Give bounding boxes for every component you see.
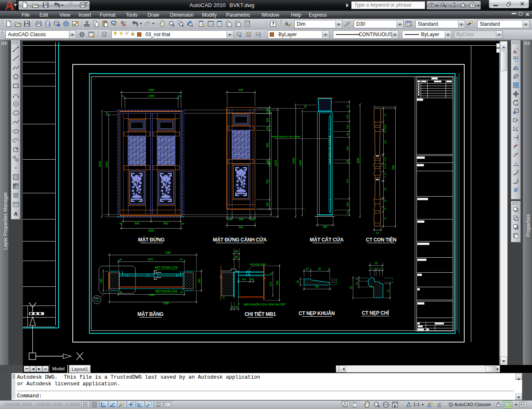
svg-text:560: 560 bbox=[266, 143, 269, 147]
svg-text:2005: 2005 bbox=[99, 161, 101, 167]
svg-text:1940: 1940 bbox=[299, 160, 302, 166]
svg-text:20: 20 bbox=[384, 200, 387, 202]
svg-text:545: 545 bbox=[163, 222, 168, 225]
svg-text:180: 180 bbox=[346, 202, 349, 207]
svg-text:80: 80 bbox=[346, 133, 349, 136]
svg-text:320: 320 bbox=[266, 118, 269, 122]
svg-text:5: 5 bbox=[370, 286, 372, 288]
svg-text:1180: 1180 bbox=[148, 229, 154, 232]
svg-text:40: 40 bbox=[270, 273, 272, 275]
svg-text:4: 4 bbox=[355, 278, 358, 280]
svg-text:4: 4 bbox=[328, 268, 329, 270]
svg-text:15: 15 bbox=[355, 282, 358, 286]
svg-text:2: 2 bbox=[392, 277, 393, 280]
svg-text:50: 50 bbox=[235, 250, 238, 253]
svg-text:1110: 1110 bbox=[147, 258, 153, 261]
svg-text:700: 700 bbox=[266, 179, 269, 184]
svg-text:6: 6 bbox=[377, 267, 378, 269]
svg-text:14: 14 bbox=[384, 167, 387, 169]
svg-text:15: 15 bbox=[297, 280, 300, 283]
svg-text:1940: 1940 bbox=[357, 158, 360, 164]
svg-text:40: 40 bbox=[250, 278, 253, 281]
svg-text:23: 23 bbox=[384, 127, 387, 129]
svg-text:20: 20 bbox=[235, 306, 238, 308]
svg-text:21: 21 bbox=[384, 163, 387, 166]
svg-text:MẶT BẰNG: MẶT BẰNG bbox=[138, 311, 163, 317]
svg-text:50: 50 bbox=[121, 95, 124, 97]
svg-text:60: 60 bbox=[180, 291, 183, 293]
svg-text:40: 40 bbox=[180, 258, 182, 261]
svg-text:MẶT NGOÀI CỬA: MẶT NGOÀI CỬA bbox=[155, 289, 177, 293]
svg-text:1940: 1940 bbox=[105, 161, 108, 168]
svg-text:540: 540 bbox=[239, 226, 243, 229]
svg-text:5: 5 bbox=[336, 283, 337, 285]
svg-text:50: 50 bbox=[181, 222, 184, 225]
svg-text:20: 20 bbox=[384, 157, 387, 160]
svg-text:2005: 2005 bbox=[274, 160, 277, 166]
svg-text:MB1: MB1 bbox=[94, 297, 100, 300]
svg-text:SƠN HOÀN THIỆN: SƠN HOÀN THIỆN bbox=[249, 263, 266, 266]
svg-text:30: 30 bbox=[384, 124, 387, 127]
svg-text:50: 50 bbox=[304, 105, 307, 108]
svg-text:19: 19 bbox=[350, 286, 352, 289]
svg-text:25: 25 bbox=[384, 207, 387, 210]
svg-text:10: 10 bbox=[346, 211, 349, 214]
svg-text:80: 80 bbox=[266, 126, 269, 130]
svg-text:2: 2 bbox=[374, 267, 376, 269]
svg-text:40: 40 bbox=[235, 255, 238, 258]
svg-text:CT NẸP KHUÂN: CT NẸP KHUÂN bbox=[299, 310, 335, 316]
svg-text:545: 545 bbox=[135, 222, 139, 225]
svg-text:50: 50 bbox=[315, 285, 319, 288]
svg-text:250: 250 bbox=[100, 278, 103, 283]
svg-text:80: 80 bbox=[266, 160, 269, 163]
svg-text:MẶT TRONG CỬA: MẶT TRONG CỬA bbox=[155, 266, 178, 269]
svg-text:58: 58 bbox=[384, 188, 387, 190]
svg-text:340: 340 bbox=[239, 218, 244, 221]
svg-text:5: 5 bbox=[371, 267, 372, 269]
svg-text:1090: 1090 bbox=[149, 293, 155, 296]
svg-text:100: 100 bbox=[227, 218, 232, 221]
svg-text:540: 540 bbox=[239, 89, 243, 91]
svg-text:15: 15 bbox=[375, 261, 378, 264]
svg-text:250: 250 bbox=[276, 281, 279, 285]
svg-text:32: 32 bbox=[318, 267, 321, 270]
svg-text:CT NẸP CHỈ: CT NẸP CHỈ bbox=[362, 310, 389, 316]
svg-text:70: 70 bbox=[384, 217, 387, 220]
svg-text:250: 250 bbox=[323, 225, 328, 228]
svg-text:MẶT ĐỨNG: MẶT ĐỨNG bbox=[138, 237, 165, 243]
svg-text:70: 70 bbox=[384, 114, 387, 116]
svg-text:180: 180 bbox=[266, 202, 269, 207]
svg-text:50: 50 bbox=[106, 111, 108, 114]
svg-text:50: 50 bbox=[178, 95, 181, 97]
svg-text:2: 2 bbox=[380, 267, 382, 269]
svg-text:15: 15 bbox=[222, 296, 225, 299]
svg-text:1180: 1180 bbox=[165, 251, 171, 254]
svg-text:270: 270 bbox=[269, 282, 272, 286]
svg-text:50: 50 bbox=[346, 160, 349, 163]
svg-text:120: 120 bbox=[266, 108, 269, 113]
svg-text:100: 100 bbox=[250, 218, 255, 221]
svg-text:32: 32 bbox=[376, 232, 379, 234]
svg-text:MẶT ĐỨNG CÁNH CỬA: MẶT ĐỨNG CÁNH CỬA bbox=[213, 237, 267, 243]
svg-text:120: 120 bbox=[346, 114, 349, 119]
svg-text:50: 50 bbox=[120, 291, 122, 293]
svg-text:2005: 2005 bbox=[292, 158, 295, 164]
svg-text:NẸP KHUÔN CỬA, XEM CHI TIẾT: NẸP KHUÔN CỬA, XEM CHI TIẾT bbox=[244, 302, 286, 306]
svg-text:KÍNH TRONG DÀY 5MM: KÍNH TRONG DÀY 5MM bbox=[272, 135, 300, 138]
svg-text:50: 50 bbox=[231, 306, 234, 308]
svg-text:1090: 1090 bbox=[148, 94, 155, 97]
svg-text:11: 11 bbox=[387, 289, 389, 292]
svg-text:10: 10 bbox=[346, 105, 349, 108]
svg-text:4: 4 bbox=[392, 281, 393, 283]
svg-text:700: 700 bbox=[346, 179, 349, 183]
svg-text:MẶT CẮT CỬA: MẶT CẮT CỬA bbox=[310, 237, 344, 243]
svg-text:105: 105 bbox=[384, 140, 387, 144]
svg-text:20: 20 bbox=[384, 172, 387, 175]
svg-text:100: 100 bbox=[242, 278, 246, 281]
svg-text:560: 560 bbox=[346, 146, 349, 150]
svg-text:CT CON TIỆN: CT CON TIỆN bbox=[366, 237, 396, 243]
svg-text:1180: 1180 bbox=[148, 89, 154, 91]
svg-text:12: 12 bbox=[306, 267, 309, 270]
svg-text:220: 220 bbox=[346, 124, 349, 129]
svg-text:50: 50 bbox=[120, 222, 122, 225]
